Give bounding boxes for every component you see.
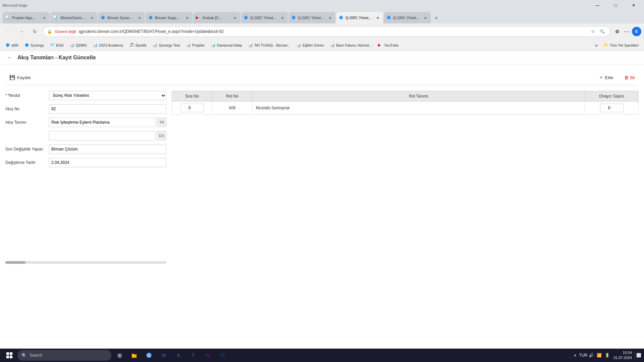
add-button[interactable]: ＋ Ekle bbox=[595, 72, 617, 82]
bookmark-bm6[interactable]: 🎵 Spotify bbox=[127, 41, 150, 50]
tab-close-tab6[interactable]: ✕ bbox=[280, 15, 285, 20]
tab-close-tab1[interactable]: ✕ bbox=[42, 15, 47, 20]
taskbar-search[interactable]: 🔍 Search bbox=[17, 350, 111, 361]
zoom-icon[interactable]: 🔍 bbox=[598, 27, 606, 36]
tab-close-tab3[interactable]: ✕ bbox=[137, 15, 142, 20]
volume-icon[interactable]: 🔊 bbox=[588, 352, 595, 359]
scrollbar-thumb[interactable] bbox=[5, 261, 25, 264]
profile-button[interactable]: E bbox=[632, 27, 641, 36]
akis-no-input[interactable] bbox=[49, 104, 166, 114]
bookmark-bm3[interactable]: 💎 ENS bbox=[47, 41, 66, 50]
settings-icon[interactable]: ⋯ bbox=[623, 27, 631, 36]
son-degisiklik-input[interactable] bbox=[49, 144, 166, 154]
tab-close-tab7[interactable]: ✕ bbox=[327, 15, 333, 20]
chevron-up-icon[interactable]: ∧ bbox=[572, 352, 579, 359]
bookmark-bm13[interactable]: ▶ YouTube bbox=[375, 41, 401, 50]
bookmark-title-bm3: ENS bbox=[56, 43, 64, 47]
tab-favicon: 📊 bbox=[53, 15, 58, 20]
taskbar-app-shield[interactable]: 🛡 bbox=[216, 349, 229, 362]
show-desktop-button[interactable]: ⬜ bbox=[635, 352, 641, 359]
form-scrollbar-track bbox=[5, 261, 166, 264]
akis-no-label: Akış No bbox=[5, 107, 49, 111]
browser-tab-tab7[interactable]: 🔷 Q-GRC Yönet... ✕ bbox=[288, 12, 335, 23]
svg-rect-3 bbox=[10, 356, 12, 358]
address-input-wrap[interactable]: 🔒 Güvenli değil qgrcdemo.bimser.com.tr/Q… bbox=[43, 26, 610, 37]
bookmark-bm1[interactable]: 🔷 eBA bbox=[3, 41, 21, 50]
close-button[interactable]: ✕ bbox=[626, 0, 641, 11]
address-bar-icons: ☆ 🔍 bbox=[589, 27, 606, 36]
bookmark-bm4[interactable]: 📊 QDMS bbox=[67, 41, 90, 50]
more-bookmarks-button[interactable]: » bbox=[592, 41, 600, 50]
bookmark-title-bm8: Projeler bbox=[192, 43, 205, 47]
tab-close-tab9[interactable]: ✕ bbox=[423, 15, 428, 20]
akis-tanimi-en-input[interactable] bbox=[49, 131, 156, 140]
bookmark-title-bm12: İlave Fatura. Hizmet... bbox=[336, 43, 372, 47]
network-icon[interactable]: 📶 bbox=[596, 352, 603, 359]
forward-button[interactable]: → bbox=[16, 26, 27, 37]
browser-tab-tab1[interactable]: 📊 Projeler App... ✕ bbox=[3, 12, 50, 23]
browser-tab-tab5[interactable]: ▶ Korkak [C... ✕ bbox=[193, 12, 240, 23]
bookmark-bm2[interactable]: 🔷 Synergy bbox=[22, 41, 47, 50]
bookmark-favicon-bm9: 📊 bbox=[211, 43, 216, 48]
bookmark-title-bm1: eBA bbox=[11, 43, 18, 47]
tab-close-tab8[interactable]: ✕ bbox=[375, 15, 380, 20]
bookmark-bm9[interactable]: 📊 DanismanTakip bbox=[208, 41, 245, 50]
scrollbar-track[interactable] bbox=[5, 261, 166, 264]
maximize-button[interactable]: □ bbox=[608, 0, 623, 11]
bookmarks-folder[interactable]: 📁 Tüm Yer İşaretleri bbox=[601, 41, 641, 50]
en-badge[interactable]: EN bbox=[157, 131, 166, 140]
minimize-button[interactable]: — bbox=[590, 0, 605, 11]
battery-icon[interactable]: 🔋 bbox=[604, 352, 611, 359]
taskbar-app-chrome[interactable] bbox=[142, 349, 156, 362]
taskbar: 🔍 Search ⊞ W X T N 🛡 ∧ TUR 🔊 📶 🔋 15 bbox=[0, 349, 644, 362]
modul-select[interactable]: Süreç Risk Yönetimi bbox=[49, 91, 166, 100]
refresh-button[interactable]: ↻ bbox=[30, 26, 40, 37]
tab-close-tab2[interactable]: ✕ bbox=[89, 15, 95, 20]
language-indicator: TUR bbox=[580, 352, 587, 359]
sira-no-input-0[interactable] bbox=[180, 104, 204, 112]
tab-favicon: ▶ bbox=[196, 15, 201, 20]
bookmark-bm10[interactable]: 📊 TAİ TUSAŞ - Bimser... bbox=[246, 41, 293, 50]
url-text: qgrcdemo.bimser.com.tr/QDMSNET/BSAT/Flow… bbox=[79, 29, 586, 34]
browser-tab-tab8[interactable]: 🔷 Q-GRC Yönet... ✕ bbox=[336, 12, 383, 23]
table-head: Sıra No Rol No Rol Tanımı Onaycı Sayısı bbox=[172, 91, 639, 102]
taskbar-app-widgets[interactable]: ⊞ bbox=[113, 349, 126, 362]
akis-tanimi-tr-input[interactable] bbox=[49, 118, 156, 127]
clock-time: 15:54 bbox=[613, 350, 632, 355]
bookmark-bm12[interactable]: 📊 İlave Fatura. Hizmet... bbox=[327, 41, 375, 50]
browser-tab-tab6[interactable]: 🔷 Q-GRC Yönet... ✕ bbox=[241, 12, 288, 23]
save-button[interactable]: 💾 Kaydet bbox=[5, 73, 35, 82]
browser-tab-tab2[interactable]: 📊 -BimserDanis... ✕ bbox=[50, 12, 97, 23]
onayci-input-0[interactable] bbox=[600, 104, 624, 112]
page-back-button[interactable]: ← bbox=[5, 53, 15, 62]
new-tab-button[interactable]: + bbox=[431, 13, 442, 23]
trash-icon: 🗑 bbox=[624, 75, 629, 80]
tab-close-tab5[interactable]: ✕ bbox=[232, 15, 237, 20]
degistirme-tarihi-input[interactable] bbox=[49, 158, 166, 167]
taskbar-app-excel[interactable]: X bbox=[172, 349, 185, 362]
title-bar: Microsoft Edge — □ ✕ bbox=[0, 0, 644, 11]
bookmark-bm7[interactable]: 📊 Synergy Test bbox=[150, 41, 182, 50]
tab-close-tab4[interactable]: ✕ bbox=[184, 15, 190, 20]
taskbar-app-notes[interactable]: N bbox=[201, 349, 215, 362]
svg-rect-2 bbox=[6, 356, 9, 358]
start-button[interactable] bbox=[3, 349, 16, 362]
browser-tab-tab9[interactable]: 🔷 Q-GRC Yönet... ✕ bbox=[384, 12, 431, 23]
bookmark-bm11[interactable]: 📊 Eğitim Görev bbox=[294, 41, 327, 50]
browser-tab-tab4[interactable]: 🔷 Bimser Supp... ✕ bbox=[146, 12, 193, 23]
delete-button[interactable]: 🗑 Sil bbox=[620, 72, 639, 82]
back-button[interactable]: ← bbox=[3, 26, 13, 37]
taskbar-app-teams[interactable]: T bbox=[186, 349, 200, 362]
star-icon[interactable]: ☆ bbox=[589, 27, 597, 36]
browser-tab-tab3[interactable]: 🔷 Bimser Syner... ✕ bbox=[98, 12, 145, 23]
taskbar-app-word[interactable]: W bbox=[157, 349, 170, 362]
security-icon: 🔒 bbox=[47, 29, 52, 34]
taskbar-right: ∧ TUR 🔊 📶 🔋 15:54 31.07.2024 ⬜ bbox=[572, 350, 641, 361]
action-left: 💾 Kaydet bbox=[5, 73, 35, 82]
bookmark-bm8[interactable]: 📊 Projeler bbox=[183, 41, 208, 50]
extensions-icon[interactable]: ⚙ bbox=[613, 27, 621, 36]
data-table: Sıra No Rol No Rol Tanımı Onaycı Sayısı … bbox=[172, 91, 639, 115]
bookmark-bm5[interactable]: 📊 2023 Academy bbox=[90, 41, 126, 50]
taskbar-app-explorer[interactable] bbox=[127, 349, 141, 362]
tr-badge[interactable]: TR bbox=[157, 118, 166, 127]
